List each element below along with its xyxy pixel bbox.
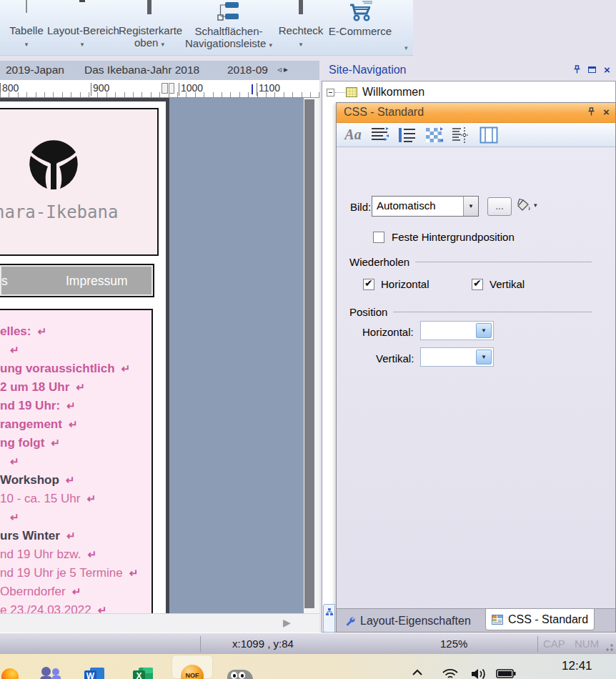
- design-canvas[interactable]: hara-Ikebana s Impressum elles:↵ ↵ ung v…: [0, 98, 319, 613]
- pin-icon[interactable]: [572, 65, 582, 74]
- position-horizontal-select[interactable]: ▼: [420, 321, 494, 340]
- horizontal-ruler: 800 900 1000 1100: [0, 80, 319, 98]
- position-vertical-select[interactable]: ▼: [420, 347, 494, 367]
- dropdown-arrow-icon[interactable]: ▼: [476, 350, 492, 365]
- nav-link-impressum[interactable]: Impressum: [66, 274, 128, 289]
- dropdown-arrow-icon[interactable]: ▼: [476, 323, 492, 338]
- tray-expand-icon[interactable]: [412, 668, 423, 678]
- num-lock-indicator: NUM: [575, 638, 599, 650]
- document-tab[interactable]: Das Ikebana-Jahr 2018: [84, 64, 199, 76]
- fill-color-button[interactable]: ▾: [515, 198, 537, 212]
- tab-css-standard[interactable]: CSS - Standard: [485, 609, 595, 630]
- wifi-icon[interactable]: [442, 668, 459, 679]
- tree-expander-icon[interactable]: [327, 89, 334, 96]
- document-tab[interactable]: 2018-09: [227, 64, 268, 76]
- logo-text: hara-Ikebana: [0, 202, 159, 222]
- resize-grip[interactable]: [605, 643, 614, 652]
- ribbon-label: Layout-Bereich: [47, 24, 117, 36]
- ribbon-label-2: Navigationsleiste ▾: [182, 37, 276, 49]
- return-mark-icon: ↵: [37, 325, 46, 337]
- image-select-value: Automatisch: [377, 199, 436, 212]
- dropdown-arrow-icon[interactable]: ▼: [463, 197, 478, 216]
- browse-button[interactable]: ...: [487, 197, 512, 216]
- teams-icon[interactable]: [40, 667, 61, 679]
- ribbon-button-table[interactable]: Tabelle ▾: [6, 0, 47, 54]
- paint-bucket-icon: [515, 198, 531, 212]
- wrench-icon: [345, 616, 355, 626]
- pin-icon[interactable]: [587, 107, 596, 117]
- chevron-down-icon: ▾: [25, 41, 29, 48]
- tab-scroll-arrows[interactable]: ◃▸: [277, 64, 290, 74]
- return-mark-icon: ↵: [66, 474, 75, 486]
- nav-link[interactable]: s: [1, 274, 8, 289]
- content-line: nd 19 Uhr bzw.↵: [0, 545, 151, 564]
- document-tab-bar: 2019-Japan Das Ikebana-Jahr 2018 2018-09…: [0, 61, 319, 80]
- page-top-border: [0, 98, 169, 101]
- ribbon-label: Registerkarte: [119, 24, 180, 36]
- page-right-border: [166, 98, 169, 613]
- horizontal-label: Horizontal: [381, 278, 429, 290]
- page-content-box[interactable]: elles:↵ ↵ ung voraussichtlich↵ 2 um 18 U…: [0, 309, 153, 613]
- collapsed-panel-tab[interactable]: [323, 604, 335, 633]
- repeat-horizontal-row: Horizontal: [363, 278, 429, 290]
- scroll-right-arrow-icon[interactable]: ▶: [283, 617, 291, 628]
- position-horizontal-label: Horizontal:: [362, 326, 414, 338]
- status-bar: x:1099 , y:84 125% CAP NUM: [0, 633, 616, 654]
- excel-icon[interactable]: X: [133, 668, 153, 679]
- dock-background: [413, 0, 616, 61]
- gimp-icon[interactable]: [227, 668, 253, 679]
- ruler-ticks: [0, 92, 319, 97]
- return-mark-icon: ↵: [10, 455, 19, 467]
- vertical-label: Vertikal: [490, 278, 525, 290]
- background-category-icon[interactable]: [422, 125, 447, 145]
- ribbon-button-nav-bar[interactable]: Schaltflächen- Navigationsleiste ▾: [182, 0, 276, 54]
- close-icon[interactable]: ×: [602, 107, 611, 117]
- content-line: elles:↵: [0, 322, 151, 341]
- page-nav-bar[interactable]: s Impressum: [0, 264, 154, 297]
- ribbon-button-ecommerce[interactable]: E-Commerce: [326, 0, 394, 54]
- css-panel-body: Bild: Automatisch ▼ ... ▾ Feste Hintergr…: [337, 147, 615, 608]
- ribbon-label-2: oben ▾: [119, 36, 180, 49]
- page-header-box[interactable]: hara-Ikebana: [0, 108, 159, 256]
- zoom-level[interactable]: 125%: [440, 638, 467, 650]
- tree-item-willkommen[interactable]: Willkommen: [327, 84, 424, 100]
- tab-layout-properties[interactable]: Layout-Eigenschaften: [339, 611, 477, 631]
- layout-area-icon: [47, 0, 117, 21]
- taskbar-clock[interactable]: 12:41: [562, 659, 592, 673]
- paragraph-category-icon[interactable]: [368, 125, 392, 145]
- canvas-horizontal-scrollbar[interactable]: ▶: [0, 613, 319, 633]
- horizontal-checkbox[interactable]: [363, 279, 374, 290]
- tab-label: CSS - Standard: [508, 613, 588, 626]
- css-panel-titlebar[interactable]: CSS - Standard ×: [337, 103, 615, 123]
- content-line: nd 19 Uhr:↵: [0, 397, 151, 415]
- position-category-icon[interactable]: [449, 125, 474, 145]
- vertical-checkbox[interactable]: [472, 279, 483, 290]
- app-window: Tabelle ▾ Layout-Bereich ▾ Registerkarte…: [0, 0, 616, 679]
- return-mark-icon: ↵: [121, 362, 131, 375]
- scrollbar-thumb[interactable]: [304, 99, 314, 608]
- rectangle-icon: [277, 0, 324, 21]
- font-category-icon[interactable]: Aa: [341, 125, 365, 145]
- ribbon-button-tab-top[interactable]: Registerkarte oben ▾: [119, 0, 180, 54]
- volume-icon[interactable]: [470, 668, 489, 679]
- maximize-icon[interactable]: [587, 65, 597, 74]
- chevron-down-icon: ▾: [534, 202, 537, 209]
- return-mark-icon: ↵: [51, 437, 60, 449]
- border-category-icon[interactable]: [477, 125, 501, 145]
- site-navigation-titlebar[interactable]: Site-Navigation ×: [322, 61, 616, 81]
- ribbon-button-layout-area[interactable]: Layout-Bereich ▾: [47, 0, 117, 54]
- ribbon-button-rectangle[interactable]: Rechteck ▾: [277, 0, 324, 54]
- return-mark-icon: ↵: [76, 381, 85, 393]
- image-select[interactable]: Automatisch ▼: [372, 196, 479, 217]
- fixed-background-checkbox[interactable]: [373, 232, 384, 243]
- document-tab[interactable]: 2019-Japan: [6, 64, 64, 76]
- ribbon-overflow-indicator[interactable]: ▾: [404, 44, 408, 51]
- close-icon[interactable]: ×: [602, 65, 612, 74]
- firefox-icon[interactable]: [1, 668, 19, 679]
- word-icon[interactable]: W: [84, 668, 104, 679]
- indent-category-icon[interactable]: [395, 125, 419, 145]
- battery-icon[interactable]: [496, 668, 516, 678]
- return-mark-icon: ↵: [87, 548, 96, 560]
- canvas-vertical-scrollbar[interactable]: [304, 98, 319, 613]
- content-line: Oberndorfer↵: [0, 583, 151, 601]
